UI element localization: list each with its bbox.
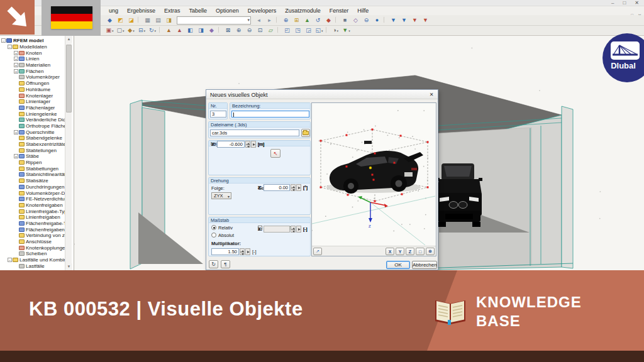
member-icon[interactable]: ◧▾ <box>186 26 195 35</box>
zoom-in-icon[interactable]: ⊕▾ <box>234 26 243 35</box>
pick-position-button[interactable]: ↖ <box>270 149 280 158</box>
menu-item[interactable]: Extras <box>160 8 185 14</box>
iso-view-button[interactable]: □ <box>416 248 425 255</box>
expand-icon[interactable] <box>14 106 18 110</box>
table2-icon[interactable]: ▤▾ <box>153 16 163 25</box>
expand-icon[interactable] <box>14 215 18 219</box>
zoom-all-button[interactable]: ⊕ <box>426 248 435 255</box>
tree-item[interactable]: Stabendgelenke <box>0 135 65 141</box>
expand-icon[interactable] <box>14 221 18 226</box>
menu-item[interactable]: Developers <box>243 8 281 14</box>
rotate-icon[interactable]: ↻▾ <box>148 26 157 35</box>
surface-tool-icon[interactable]: ⊟▾ <box>137 26 147 35</box>
expand-icon[interactable]: + <box>14 57 18 61</box>
minimize-icon[interactable]: – <box>611 0 614 6</box>
apply-defaults-button[interactable]: ↻ <box>209 260 218 268</box>
tree-item[interactable]: Flächenfreigabe-Type <box>0 221 65 227</box>
expand-icon[interactable] <box>14 191 18 195</box>
tree-item[interactable]: + Flächen <box>0 68 65 74</box>
view-z-button[interactable]: Z <box>406 248 414 255</box>
tree-item[interactable]: Stabsätze <box>0 178 65 184</box>
back-icon[interactable]: ◂▾ <box>254 16 264 25</box>
units-button[interactable]: ¶ <box>221 260 230 268</box>
slider-button[interactable] <box>251 141 256 148</box>
zoom-icon[interactable]: ⊕▾ <box>281 16 291 25</box>
menu-item[interactable]: ung <box>104 8 123 14</box>
coordinate-field[interactable]: -0.600 <box>217 141 245 148</box>
expand-icon[interactable]: + <box>14 51 18 55</box>
expand-icon[interactable] <box>14 209 18 214</box>
load-icon[interactable]: ▲▾ <box>175 26 184 35</box>
expand-icon[interactable] <box>14 87 18 92</box>
tree-item[interactable]: Anschlüsse <box>0 239 65 245</box>
open-icon[interactable]: ◩▾ <box>116 16 125 25</box>
expand-icon[interactable]: + <box>14 130 18 134</box>
menu-item[interactable]: Ergebnisse <box>123 8 160 14</box>
view-x-button[interactable]: X <box>386 248 394 255</box>
tree-item[interactable]: Volumenkörper-Durc <box>0 190 65 196</box>
tree-item[interactable]: Flächenfreigaben <box>0 226 65 233</box>
expand-icon[interactable] <box>14 185 18 189</box>
forward-icon[interactable]: ▸▾ <box>265 16 274 25</box>
navigator-scrollbar[interactable]: ▲ ▼ <box>65 36 72 270</box>
absolut-radio[interactable]: Absolut <box>211 233 234 238</box>
spinner[interactable] <box>291 184 296 191</box>
rib-icon[interactable]: ◨▾ <box>196 26 206 35</box>
tree-item[interactable]: Veränderliche Dicken <box>0 117 65 123</box>
view-y-button[interactable]: Y <box>396 248 404 255</box>
expand-icon[interactable] <box>14 142 18 146</box>
menu-item[interactable]: Tabelle <box>185 8 212 14</box>
tree-item[interactable]: Scheiben <box>0 251 65 257</box>
tree-item[interactable]: Stabteilungen <box>0 147 65 153</box>
close-icon[interactable]: ✕ <box>635 0 639 6</box>
dot-icon[interactable]: ●▾ <box>372 16 382 25</box>
tree-item[interactable]: Knotenkopplungen <box>0 244 65 251</box>
tree-item[interactable]: FE-Netzverdichtungen <box>0 196 65 202</box>
menu-item[interactable]: Zusatzmodule <box>280 8 325 14</box>
select-icon[interactable]: ▣▾ <box>105 26 114 35</box>
object-preview-pane[interactable]: Z ↗ XYZ□⊕ <box>311 102 436 256</box>
spinner[interactable] <box>245 141 250 148</box>
visibility-icon[interactable]: ◑▾ <box>331 26 340 35</box>
tree-item[interactable]: − Lastfälle und Kombinatio <box>0 257 65 263</box>
tree-item[interactable]: Stabexzentrizitäten <box>0 141 65 148</box>
folge-dropdown[interactable]: ZYX <box>211 192 231 199</box>
tree-item[interactable]: − RFEM model <box>0 38 65 44</box>
tree-item[interactable]: Stabnichtlinearitäten <box>0 172 65 178</box>
expand-icon[interactable]: + <box>14 69 18 74</box>
tree-item[interactable]: Stabbettungen <box>0 165 65 172</box>
expand-icon[interactable] <box>14 239 18 244</box>
zoom-out-icon[interactable]: ⊖▾ <box>245 26 254 35</box>
tree-item[interactable]: Linienlager <box>0 99 65 105</box>
flag-blue2-icon[interactable]: ▼▾ <box>399 16 409 25</box>
dialog-close-icon[interactable]: ✕ <box>428 91 435 98</box>
tree-item[interactable]: Hohlräume <box>0 87 65 93</box>
zoom-all-icon[interactable]: ⊡▾ <box>255 26 265 35</box>
maximize-icon[interactable]: □ <box>623 0 626 6</box>
layers-icon[interactable]: ◨▾ <box>164 16 174 25</box>
expand-icon[interactable] <box>14 75 18 79</box>
expand-icon[interactable]: + <box>14 154 18 158</box>
dateiname-field[interactable]: car.3ds <box>210 129 299 136</box>
expand-icon[interactable]: − <box>8 45 12 49</box>
view-z-icon[interactable]: ◲▾ <box>304 26 313 35</box>
expand-icon[interactable] <box>14 118 18 122</box>
scroll-down-icon[interactable]: ▼ <box>65 263 72 270</box>
expand-icon[interactable] <box>14 160 18 165</box>
expand-icon[interactable]: − <box>1 38 6 43</box>
tree-item[interactable]: + Stäbe <box>0 153 65 160</box>
view-y-icon[interactable]: ◳▾ <box>293 26 303 35</box>
tree-item[interactable]: Linienfreigaben <box>0 214 65 221</box>
tree-item[interactable]: − Modelldaten <box>0 44 65 50</box>
support-icon[interactable]: ▲▾ <box>164 26 174 35</box>
new-icon[interactable]: ◆▾ <box>105 16 114 25</box>
tree-item[interactable]: Liniengelenke <box>0 111 65 117</box>
folder-icon[interactable]: ◪▾ <box>126 16 136 25</box>
mesh-icon[interactable]: ⊞▾ <box>292 16 301 25</box>
expand-icon[interactable]: − <box>8 258 12 262</box>
render-icon[interactable]: ■▾ <box>340 16 350 25</box>
expand-icon[interactable] <box>14 172 18 177</box>
zoom-window-icon[interactable]: ⊠▾ <box>223 26 233 35</box>
expand-icon[interactable] <box>14 167 18 171</box>
tree-item[interactable]: + Linien <box>0 56 65 62</box>
